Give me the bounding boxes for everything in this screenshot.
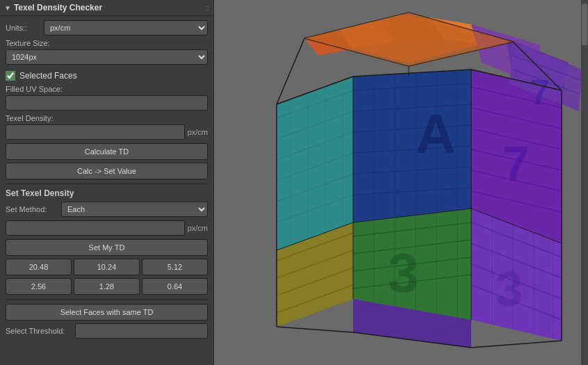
set-td-unit: px/cm <box>188 224 208 232</box>
set-td-value-row: 0 px/cm <box>6 220 208 236</box>
quick-value-1-28[interactable]: 1.28 <box>74 278 140 295</box>
svg-rect-83 <box>581 0 588 365</box>
texel-density-input[interactable]: 0.641 <box>6 124 185 140</box>
section-divider-2 <box>6 299 208 300</box>
texture-size-section: Texture Size: 1024px <box>6 39 208 68</box>
quick-value-5-12[interactable]: 5.12 <box>142 259 208 275</box>
selected-faces-row: Selected Faces <box>6 71 208 81</box>
texel-density-row: 0.641 px/cm <box>6 124 208 140</box>
select-threshold-label: Select Threshold: <box>6 327 75 335</box>
set-method-row: Set Method: Each <box>6 202 208 217</box>
texture-size-label: Texture Size: <box>6 39 208 47</box>
texel-density-label: Texel Density: <box>6 114 208 122</box>
svg-rect-84 <box>582 3 587 45</box>
calc-set-value-button[interactable]: Calc -> Set Value <box>6 163 208 179</box>
units-select[interactable]: px/cm <box>44 20 208 35</box>
quick-value-2-56[interactable]: 2.56 <box>6 278 72 295</box>
set-td-title: Set Texel Density <box>6 188 208 198</box>
svg-text:3: 3 <box>496 262 523 316</box>
select-threshold-row: Select Threshold: 0.1 <box>6 323 208 339</box>
filled-uv-label: Filled UV Space: <box>6 85 208 93</box>
svg-marker-10 <box>277 76 353 250</box>
selected-faces-label: Selected Faces <box>19 71 77 81</box>
select-threshold-input[interactable]: 0.1 <box>75 323 208 339</box>
units-row: Units:: px/cm <box>6 20 208 35</box>
quick-value-20-48[interactable]: 20.48 <box>6 259 72 275</box>
quick-values-row1: 20.48 10.24 5.12 <box>6 259 208 275</box>
units-label: Units:: <box>6 24 44 32</box>
filled-uv-section: Filled UV Space: 5.172 % <box>6 85 208 114</box>
left-panel: ▼ Texel Density Checker :: Units:: px/cm… <box>0 0 214 365</box>
panel-collapse-arrow: ▼ <box>4 4 11 12</box>
filled-uv-input[interactable]: 5.172 % <box>6 95 208 111</box>
panel-drag-handle[interactable]: :: <box>205 4 209 12</box>
viewport-canvas: A 7 3 <box>214 0 588 365</box>
texel-density-section: Texel Density: 0.641 px/cm <box>6 114 208 140</box>
select-faces-same-td-button[interactable]: Select Faces with same TD <box>6 304 208 321</box>
set-method-select[interactable]: Each <box>61 202 208 217</box>
svg-text:A: A <box>416 103 456 165</box>
panel-title: Texel Density Checker <box>14 3 206 13</box>
selected-faces-checkbox[interactable] <box>6 71 15 81</box>
texel-density-unit: px/cm <box>188 128 208 136</box>
svg-text:7: 7 <box>503 137 530 191</box>
panel-header[interactable]: ▼ Texel Density Checker :: <box>0 0 213 16</box>
calculate-td-button[interactable]: Calculate TD <box>6 143 208 160</box>
set-td-value-input[interactable]: 0 <box>6 220 185 236</box>
section-divider-1 <box>6 184 208 184</box>
texture-size-select[interactable]: 1024px <box>6 49 208 65</box>
quick-values-row2: 2.56 1.28 0.64 <box>6 278 208 295</box>
set-method-label: Set Method: <box>6 205 61 213</box>
set-my-td-button[interactable]: Set My TD <box>6 239 208 256</box>
svg-text:7: 7 <box>530 73 550 112</box>
panel-body: Units:: px/cm Texture Size: 1024px Selec… <box>0 16 213 346</box>
svg-text:3: 3 <box>388 242 419 304</box>
quick-value-0-64[interactable]: 0.64 <box>142 278 208 295</box>
quick-value-10-24[interactable]: 10.24 <box>74 259 140 275</box>
viewport[interactable]: A 7 3 <box>214 0 588 365</box>
